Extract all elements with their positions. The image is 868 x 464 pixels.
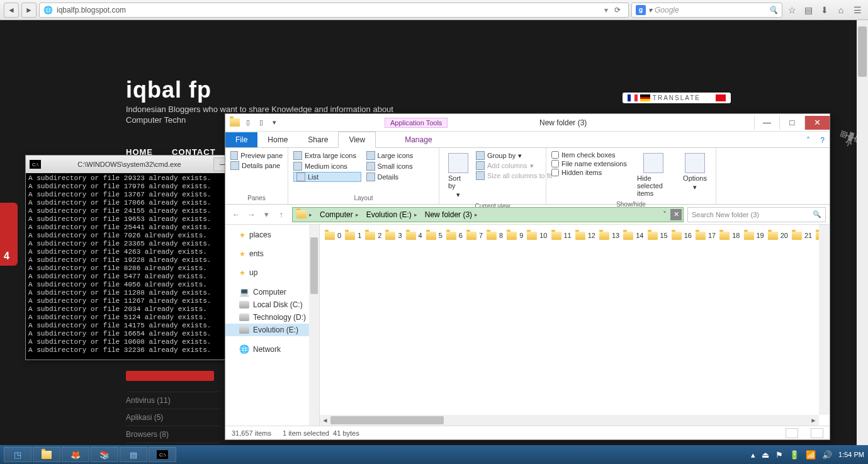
folder-item[interactable]: 20 [765,229,788,242]
translate-widget[interactable]: TRANSLATE [623,93,731,103]
tray-flag-icon[interactable]: ⚑ [775,450,783,460]
home-icon[interactable]: ⌂ [834,3,848,17]
tab-view[interactable]: View [338,132,376,148]
explorer-search-input[interactable]: Search New folder (3) 🔍 [687,207,826,222]
details-view-button[interactable]: Details [366,172,434,182]
dropdown-icon[interactable]: ▾ [604,6,608,14]
explorer-minimize-button[interactable]: — [754,116,779,130]
folder-item[interactable]: 0 [322,229,341,242]
tray-up-icon[interactable]: ▴ [751,450,755,460]
folder-item[interactable]: 5 [424,229,442,242]
tray-power-icon[interactable]: 🔋 [789,450,799,460]
back-button[interactable]: ◄ [4,3,19,18]
tray-volume-icon[interactable]: 🔊 [822,450,832,460]
menu-icon[interactable]: ☰ [850,3,864,17]
tab-home[interactable]: Home [257,132,298,147]
tray-safedisk-icon[interactable]: ⏏ [762,450,769,460]
files-hscrollbar[interactable]: ◄► [320,415,819,426]
search-box[interactable]: g ▾ Google 🔍 [631,3,782,18]
folder-item[interactable]: 6 [444,229,463,242]
group-by-button[interactable]: Group by ▾ [476,150,552,161]
folder-item[interactable]: 4 [403,229,422,242]
taskbar-explorer[interactable] [33,447,60,462]
details-view-toggle[interactable] [786,428,798,438]
extra-large-icons-button[interactable]: Extra large icons [293,150,361,161]
page-scrollbar[interactable] [857,20,868,445]
explorer-maximize-button[interactable]: □ [779,116,804,130]
tab-file[interactable]: File [225,132,257,147]
folder-item[interactable]: 19 [741,229,764,242]
addr-recent-button[interactable]: ▾ [259,208,273,222]
qat-folder-icon[interactable] [229,117,240,128]
category-item[interactable]: Antivirus (11) [126,392,220,409]
folder-item[interactable]: 17 [693,229,716,242]
forward-button[interactable]: ► [21,3,37,18]
help-button[interactable]: ? [815,133,830,147]
category-item[interactable]: Browsers (8) [126,426,220,443]
reader-icon[interactable]: ▤ [801,3,815,17]
file-extensions-toggle[interactable]: File name extensions [551,159,627,168]
hidden-items-toggle[interactable]: Hidden items [551,168,627,177]
nav-item[interactable]: Local Disk (C:) [225,298,319,311]
folder-item[interactable]: 15 [645,229,668,242]
star-icon[interactable]: ☆ [785,3,799,17]
breadcrumb-clear-button[interactable]: ✕ [670,209,682,220]
taskbar-winrar[interactable]: 📚 [91,447,118,462]
hide-selected-button[interactable]: Hide selected items [633,150,673,200]
qat-properties-button[interactable]: ▯ [242,117,254,128]
add-columns-button[interactable]: Add columns ▾ [476,161,552,171]
tab-manage[interactable]: Manage [395,132,442,147]
breadcrumb-dropdown[interactable]: ˅ [659,210,670,219]
qat-dropdown[interactable]: ▾ [269,117,280,128]
explorer-titlebar[interactable]: ▯ ▯ ▾ Application Tools New folder (3) —… [225,114,830,132]
navpane-scrollbar[interactable] [309,225,319,426]
folder-item[interactable]: 14 [621,229,643,242]
taskbar-notepad[interactable]: ▤ [120,447,147,462]
tray-wifi-icon[interactable]: 📶 [806,450,816,460]
nav-item[interactable]: 💻Computer [225,285,319,298]
nav-item[interactable]: ★ents [225,247,319,260]
item-checkboxes-toggle[interactable]: Item check boxes [551,150,627,159]
tab-share[interactable]: Share [298,132,338,147]
folder-item[interactable]: 16 [669,229,692,242]
thumbnails-view-toggle[interactable] [811,428,823,438]
folder-item[interactable]: 1 [342,229,361,242]
folder-item[interactable]: 22 [813,229,819,242]
options-button[interactable]: Options▾ [679,150,711,200]
folder-item[interactable]: 7 [464,229,483,242]
sort-by-button[interactable]: Sort by▾ [444,150,472,201]
folder-item[interactable]: 3 [383,229,402,242]
taskbar-firefox[interactable]: 🦊 [62,447,89,462]
folder-item[interactable]: 9 [504,229,523,242]
nav-item[interactable]: ★up [225,266,319,279]
folder-item[interactable]: 11 [549,229,572,242]
qat-newfolder-button[interactable]: ▯ [256,117,267,128]
url-bar[interactable]: 🌐 iqbalfp.blogspot.com ▾ ⟳ [39,3,629,18]
nav-item[interactable]: 🌐Network [225,342,319,356]
small-icons-button[interactable]: Small icons [366,161,434,171]
list-view-button[interactable]: List [293,172,361,182]
taskbar-cmd[interactable]: C:\ [149,447,176,462]
folder-item[interactable]: 2 [363,229,381,242]
addr-back-button[interactable]: ← [229,208,243,222]
explorer-close-button[interactable]: ✕ [804,116,830,130]
folder-item[interactable]: 13 [597,229,619,242]
folder-item[interactable]: 10 [524,229,547,242]
nav-item[interactable]: Evolution (E:) [225,324,319,336]
tray-clock[interactable]: 1:54 PM [838,451,864,458]
size-columns-button[interactable]: Size all columns to fit [476,171,552,181]
files-vscrollbar[interactable] [819,225,830,415]
downloads-icon[interactable]: ⬇ [818,3,831,17]
addr-forward-button[interactable]: → [244,208,258,222]
nav-item[interactable]: ★places [225,229,319,241]
folder-item[interactable]: 21 [789,229,812,242]
ribbon-collapse-button[interactable]: ˄ [801,133,815,147]
start-button[interactable]: ◳ [4,447,31,462]
folder-item[interactable]: 8 [484,229,503,242]
large-icons-button[interactable]: Large icons [366,150,434,161]
nav-item[interactable]: Technology (D:) [225,311,319,324]
preview-pane-button[interactable]: Preview pane [230,150,283,161]
side-share-tab[interactable]: 4 [0,203,18,266]
search-icon[interactable]: 🔍 [769,6,778,14]
reload-button[interactable]: ⟳ [611,6,624,14]
